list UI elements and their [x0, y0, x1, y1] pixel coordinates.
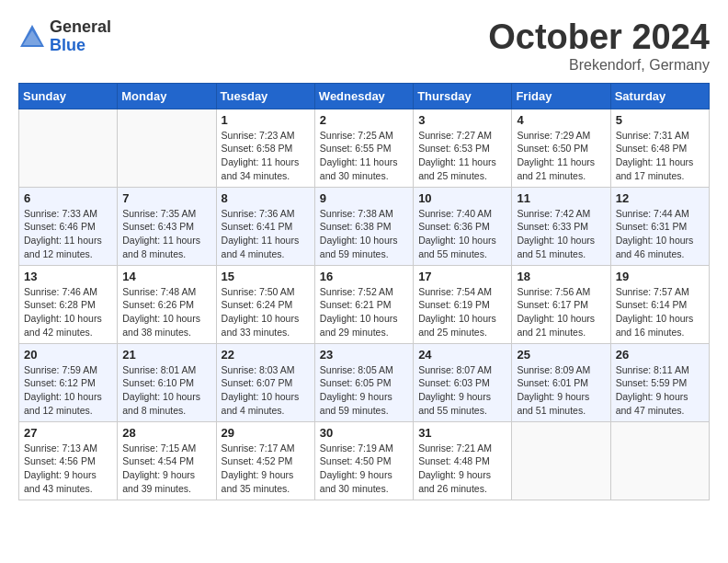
- day-number: 14: [122, 270, 210, 283]
- calendar-cell: 17Sunrise: 7:54 AM Sunset: 6:19 PM Dayli…: [414, 265, 512, 343]
- day-number: 19: [616, 270, 704, 283]
- day-number: 5: [616, 113, 704, 127]
- calendar-cell: 22Sunrise: 8:03 AM Sunset: 6:07 PM Dayli…: [216, 343, 314, 421]
- calendar-cell: 25Sunrise: 8:09 AM Sunset: 6:01 PM Dayli…: [512, 343, 610, 421]
- day-info: Sunrise: 7:38 AM Sunset: 6:38 PM Dayligh…: [320, 207, 408, 261]
- calendar-week-row: 27Sunrise: 7:13 AM Sunset: 4:56 PM Dayli…: [19, 421, 710, 500]
- day-number: 27: [24, 426, 112, 440]
- calendar-cell: 29Sunrise: 7:17 AM Sunset: 4:52 PM Dayli…: [216, 421, 314, 500]
- day-info: Sunrise: 7:56 AM Sunset: 6:17 PM Dayligh…: [517, 285, 605, 339]
- calendar-cell: 1Sunrise: 7:23 AM Sunset: 6:58 PM Daylig…: [216, 109, 314, 187]
- calendar-cell: 12Sunrise: 7:44 AM Sunset: 6:31 PM Dayli…: [610, 187, 709, 265]
- calendar-cell: 14Sunrise: 7:48 AM Sunset: 6:26 PM Dayli…: [118, 265, 216, 343]
- day-info: Sunrise: 7:44 AM Sunset: 6:31 PM Dayligh…: [616, 207, 704, 261]
- day-number: 16: [320, 270, 408, 283]
- day-info: Sunrise: 7:35 AM Sunset: 6:43 PM Dayligh…: [122, 207, 210, 261]
- calendar-cell: [19, 109, 118, 187]
- day-info: Sunrise: 7:29 AM Sunset: 6:50 PM Dayligh…: [517, 129, 605, 183]
- calendar-cell: 10Sunrise: 7:40 AM Sunset: 6:36 PM Dayli…: [414, 187, 512, 265]
- day-number: 23: [320, 348, 408, 362]
- day-info: Sunrise: 8:09 AM Sunset: 6:01 PM Dayligh…: [517, 363, 605, 418]
- day-info: Sunrise: 7:27 AM Sunset: 6:53 PM Dayligh…: [418, 129, 506, 183]
- day-info: Sunrise: 8:11 AM Sunset: 5:59 PM Dayligh…: [616, 363, 704, 418]
- logo-general-text: General: [50, 18, 111, 37]
- day-info: Sunrise: 7:15 AM Sunset: 4:54 PM Dayligh…: [122, 442, 210, 496]
- calendar-cell: 28Sunrise: 7:15 AM Sunset: 4:54 PM Dayli…: [118, 421, 216, 500]
- calendar-week-row: 6Sunrise: 7:33 AM Sunset: 6:46 PM Daylig…: [19, 187, 710, 265]
- day-info: Sunrise: 7:52 AM Sunset: 6:21 PM Dayligh…: [320, 285, 408, 339]
- day-info: Sunrise: 7:48 AM Sunset: 6:26 PM Dayligh…: [122, 285, 210, 339]
- calendar-cell: 13Sunrise: 7:46 AM Sunset: 6:28 PM Dayli…: [19, 265, 118, 343]
- day-number: 31: [418, 426, 506, 440]
- calendar-cell: [118, 109, 216, 187]
- calendar-header-friday: Friday: [512, 83, 610, 109]
- day-info: Sunrise: 8:05 AM Sunset: 6:05 PM Dayligh…: [320, 363, 408, 418]
- calendar-week-row: 13Sunrise: 7:46 AM Sunset: 6:28 PM Dayli…: [19, 265, 710, 343]
- day-number: 9: [320, 191, 408, 205]
- day-number: 3: [418, 113, 506, 127]
- day-number: 4: [517, 113, 605, 127]
- calendar-cell: 7Sunrise: 7:35 AM Sunset: 6:43 PM Daylig…: [118, 187, 216, 265]
- day-info: Sunrise: 7:46 AM Sunset: 6:28 PM Dayligh…: [24, 285, 112, 339]
- calendar-cell: 2Sunrise: 7:25 AM Sunset: 6:55 PM Daylig…: [314, 109, 413, 187]
- day-info: Sunrise: 8:03 AM Sunset: 6:07 PM Dayligh…: [222, 363, 310, 418]
- day-number: 21: [122, 348, 210, 362]
- day-info: Sunrise: 7:25 AM Sunset: 6:55 PM Dayligh…: [320, 129, 408, 183]
- calendar-cell: 8Sunrise: 7:36 AM Sunset: 6:41 PM Daylig…: [216, 187, 314, 265]
- calendar-cell: 31Sunrise: 7:21 AM Sunset: 4:48 PM Dayli…: [414, 421, 512, 500]
- page-header: General Blue October 2024 Brekendorf, Ge…: [18, 18, 710, 74]
- day-info: Sunrise: 7:57 AM Sunset: 6:14 PM Dayligh…: [616, 285, 704, 339]
- day-info: Sunrise: 8:01 AM Sunset: 6:10 PM Dayligh…: [122, 363, 210, 418]
- day-number: 30: [320, 426, 408, 440]
- calendar-cell: 15Sunrise: 7:50 AM Sunset: 6:24 PM Dayli…: [216, 265, 314, 343]
- location-text: Brekendorf, Germany: [488, 57, 710, 74]
- calendar-cell: 4Sunrise: 7:29 AM Sunset: 6:50 PM Daylig…: [512, 109, 610, 187]
- calendar-week-row: 20Sunrise: 7:59 AM Sunset: 6:12 PM Dayli…: [19, 343, 710, 421]
- day-info: Sunrise: 7:33 AM Sunset: 6:46 PM Dayligh…: [24, 207, 112, 261]
- logo-icon: [18, 23, 46, 51]
- day-number: 22: [222, 348, 310, 362]
- day-info: Sunrise: 7:42 AM Sunset: 6:33 PM Dayligh…: [517, 207, 605, 261]
- day-info: Sunrise: 8:07 AM Sunset: 6:03 PM Dayligh…: [418, 363, 506, 418]
- calendar-cell: 11Sunrise: 7:42 AM Sunset: 6:33 PM Dayli…: [512, 187, 610, 265]
- calendar-cell: 16Sunrise: 7:52 AM Sunset: 6:21 PM Dayli…: [314, 265, 413, 343]
- calendar-header-wednesday: Wednesday: [314, 83, 413, 109]
- calendar-cell: 3Sunrise: 7:27 AM Sunset: 6:53 PM Daylig…: [414, 109, 512, 187]
- calendar-cell: 20Sunrise: 7:59 AM Sunset: 6:12 PM Dayli…: [19, 343, 118, 421]
- calendar-cell: 6Sunrise: 7:33 AM Sunset: 6:46 PM Daylig…: [19, 187, 118, 265]
- calendar-header-tuesday: Tuesday: [216, 83, 314, 109]
- day-number: 18: [517, 270, 605, 283]
- day-number: 28: [122, 426, 210, 440]
- calendar-header-monday: Monday: [118, 83, 216, 109]
- day-info: Sunrise: 7:50 AM Sunset: 6:24 PM Dayligh…: [222, 285, 310, 339]
- calendar-table: SundayMondayTuesdayWednesdayThursdayFrid…: [18, 83, 710, 500]
- day-number: 29: [222, 426, 310, 440]
- day-info: Sunrise: 7:17 AM Sunset: 4:52 PM Dayligh…: [222, 442, 310, 496]
- day-info: Sunrise: 7:59 AM Sunset: 6:12 PM Dayligh…: [24, 363, 112, 418]
- month-title: October 2024: [488, 18, 710, 57]
- day-number: 20: [24, 348, 112, 362]
- calendar-cell: [512, 421, 610, 500]
- day-number: 12: [616, 191, 704, 205]
- day-number: 1: [222, 113, 310, 127]
- calendar-cell: 30Sunrise: 7:19 AM Sunset: 4:50 PM Dayli…: [314, 421, 413, 500]
- calendar-week-row: 1Sunrise: 7:23 AM Sunset: 6:58 PM Daylig…: [19, 109, 710, 187]
- day-info: Sunrise: 7:54 AM Sunset: 6:19 PM Dayligh…: [418, 285, 506, 339]
- day-number: 6: [24, 191, 112, 205]
- calendar-header-row: SundayMondayTuesdayWednesdayThursdayFrid…: [19, 83, 710, 109]
- day-info: Sunrise: 7:31 AM Sunset: 6:48 PM Dayligh…: [616, 129, 704, 183]
- day-number: 2: [320, 113, 408, 127]
- calendar-cell: 24Sunrise: 8:07 AM Sunset: 6:03 PM Dayli…: [414, 343, 512, 421]
- day-info: Sunrise: 7:13 AM Sunset: 4:56 PM Dayligh…: [24, 442, 112, 496]
- day-info: Sunrise: 7:19 AM Sunset: 4:50 PM Dayligh…: [320, 442, 408, 496]
- day-number: 26: [616, 348, 704, 362]
- calendar-header-sunday: Sunday: [19, 83, 118, 109]
- calendar-header-thursday: Thursday: [414, 83, 512, 109]
- day-info: Sunrise: 7:21 AM Sunset: 4:48 PM Dayligh…: [418, 442, 506, 496]
- day-number: 7: [122, 191, 210, 205]
- day-number: 11: [517, 191, 605, 205]
- calendar-header-saturday: Saturday: [610, 83, 709, 109]
- day-number: 24: [418, 348, 506, 362]
- day-info: Sunrise: 7:23 AM Sunset: 6:58 PM Dayligh…: [222, 129, 310, 183]
- day-number: 8: [222, 191, 310, 205]
